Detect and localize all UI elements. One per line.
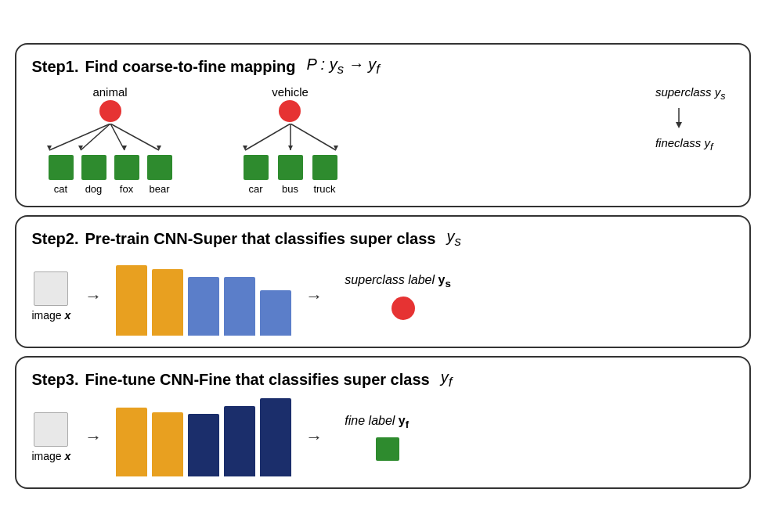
- svg-marker-12: [288, 146, 293, 150]
- main-container: Step1. Find coarse-to-fine mapping P : y…: [15, 43, 751, 489]
- cat-square: [49, 155, 74, 180]
- step2-cnn-content: image x → → superclass label ys: [32, 257, 734, 336]
- vehicle-circle: [279, 100, 301, 122]
- step2-arrow: →: [85, 286, 102, 307]
- step3-description: Fine-tune CNN-Fine that classifies super…: [85, 371, 430, 389]
- animal-tree: animal: [32, 85, 189, 195]
- dog-square: [81, 155, 106, 180]
- step1-label: Step1.: [32, 58, 79, 76]
- legend-super: superclass ys: [655, 85, 726, 102]
- step2-bar5: [260, 290, 291, 336]
- animal-node-cat: cat: [49, 155, 74, 195]
- step2-math: ys: [446, 228, 460, 250]
- step3-arrow: →: [85, 427, 102, 448]
- step2-label: Step2.: [32, 230, 79, 248]
- step2-image-wrapper: image x: [32, 271, 71, 322]
- tree-section: animal: [32, 85, 353, 195]
- vehicle-label: vehicle: [272, 85, 309, 99]
- step3-bars: [116, 398, 291, 476]
- step2-image-box: [34, 271, 68, 306]
- step2-title: Step2. Pre-train CNN-Super that classifi…: [32, 228, 734, 250]
- step3-output-text: fine label yf: [345, 414, 409, 430]
- legend-super-text: superclass ys: [655, 85, 726, 102]
- vehicle-lines-svg: [228, 124, 353, 152]
- animal-node-bear: bear: [147, 155, 172, 195]
- step2-bar3: [188, 277, 219, 336]
- step2-red-circle: [392, 297, 415, 320]
- bear-label: bear: [149, 183, 169, 195]
- step2-arrow2: →: [305, 286, 323, 307]
- step2-bar4: [224, 277, 255, 336]
- step1-title: Step1. Find coarse-to-fine mapping P : y…: [32, 56, 734, 77]
- svg-marker-15: [676, 122, 682, 128]
- step3-math: yf: [441, 368, 453, 390]
- animal-lines-svg: [32, 124, 189, 152]
- fox-square: [114, 155, 139, 180]
- bear-square: [147, 155, 172, 180]
- animal-root: animal: [92, 85, 127, 122]
- vehicle-node-truck: truck: [312, 155, 337, 195]
- animal-label: animal: [92, 85, 127, 99]
- dog-label: dog: [85, 183, 103, 195]
- vehicle-node-car: car: [244, 155, 269, 195]
- animal-node-dog: dog: [81, 155, 106, 195]
- svg-line-1: [81, 124, 110, 150]
- step2-label-section: superclass label ys: [345, 273, 451, 319]
- step2-bar1: [116, 265, 147, 336]
- step1-content: animal: [32, 85, 734, 195]
- vehicle-tree: vehicle car: [228, 85, 353, 195]
- truck-label: truck: [313, 183, 335, 195]
- step1-math: P : ys → yf: [306, 56, 379, 77]
- step3-label: Step3.: [32, 371, 79, 389]
- step3-green-square: [376, 437, 399, 461]
- legend-fine-text: fineclass yf: [655, 136, 713, 153]
- step3-image-wrapper: image x: [32, 412, 71, 462]
- step2-image-label: image x: [32, 309, 71, 322]
- vehicle-node-bus: bus: [278, 155, 303, 195]
- step3-cnn-content: image x → → fine label yf: [32, 398, 734, 476]
- step3-bar5: [260, 398, 291, 476]
- step3-green-square-wrapper: [376, 437, 399, 461]
- down-arrow-svg: [671, 108, 687, 130]
- animal-branches: cat dog fox bear: [49, 155, 172, 195]
- step3-arrow2: →: [305, 427, 323, 448]
- step3-image-label: image x: [32, 450, 71, 462]
- step3-bar1: [116, 408, 147, 476]
- step3-bar4: [224, 406, 255, 476]
- cat-label: cat: [54, 183, 67, 195]
- bus-square: [278, 155, 303, 180]
- step2-bars: [116, 257, 291, 336]
- step2-bar2: [152, 269, 183, 336]
- vehicle-branches: car bus truck: [244, 155, 337, 195]
- legend-section: superclass ys fineclass yf: [640, 85, 734, 153]
- step2-box: Step2. Pre-train CNN-Super that classifi…: [15, 215, 751, 348]
- bus-label: bus: [282, 183, 298, 195]
- step3-box: Step3. Fine-tune CNN-Fine that classifie…: [15, 356, 751, 489]
- step3-title: Step3. Fine-tune CNN-Fine that classifie…: [32, 368, 734, 390]
- svg-line-8: [245, 124, 290, 150]
- legend-arrow-down: [671, 108, 687, 130]
- legend-fine: fineclass yf: [655, 136, 713, 153]
- step3-bar2: [152, 412, 183, 476]
- step2-output-text: superclass label ys: [345, 273, 451, 289]
- car-label: car: [248, 183, 262, 195]
- step2-red-circle-wrapper: [392, 297, 415, 320]
- truck-square: [312, 155, 337, 180]
- vehicle-root: vehicle: [272, 85, 309, 122]
- car-square: [244, 155, 269, 180]
- animal-node-fox: fox: [114, 155, 139, 195]
- step1-description: Find coarse-to-fine mapping: [85, 58, 296, 76]
- step1-box: Step1. Find coarse-to-fine mapping P : y…: [15, 43, 751, 207]
- step3-bar3: [188, 414, 219, 476]
- fox-label: fox: [120, 183, 133, 195]
- step3-image-box: [34, 412, 68, 447]
- step3-label-section: fine label yf: [345, 414, 409, 460]
- animal-circle: [99, 100, 121, 122]
- step2-description: Pre-train CNN-Super that classifies supe…: [85, 230, 436, 248]
- svg-line-10: [290, 124, 336, 150]
